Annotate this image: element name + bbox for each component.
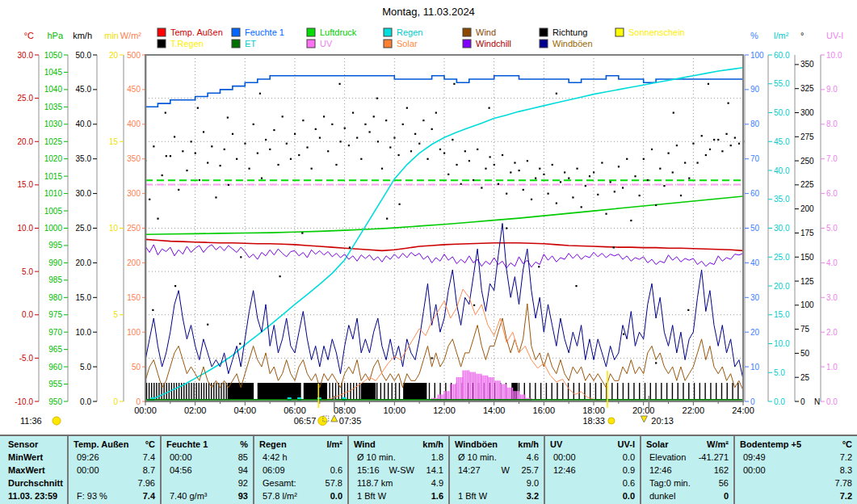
stats-cell-row: 00:0085 xyxy=(166,451,248,464)
wind-direction-dot xyxy=(464,150,466,152)
wind-direction-dot xyxy=(613,246,615,248)
legend-swatch-uv xyxy=(307,40,315,48)
stats-cell-value: 0.0 xyxy=(623,491,635,501)
wind-direction-dot xyxy=(506,193,507,195)
stats-cell-label: 118.7 km xyxy=(354,478,393,488)
wind-direction-dot xyxy=(302,120,304,121)
wind-direction-dot xyxy=(426,158,428,160)
wind-direction-dot xyxy=(510,171,511,173)
x-axis-label: 18:00 xyxy=(582,405,605,415)
stats-cell-value: 7.96 xyxy=(138,478,155,488)
stats-cell-label: 7.40 g/m³ xyxy=(166,491,207,501)
wind-direction-dot xyxy=(277,164,279,166)
axis-tick-label: 15.0 xyxy=(76,293,92,302)
sunset-time: 18:33 xyxy=(582,416,605,426)
stats-cell-direction: W xyxy=(502,465,515,475)
wind-direction-dot xyxy=(452,139,453,141)
axis-tick-label: 150 xyxy=(127,293,141,302)
wind-direction-dot xyxy=(327,150,329,152)
axis-tick-label: 3.0 xyxy=(826,293,838,302)
stats-cell-label: 57.8 l/m² xyxy=(259,491,297,501)
axis-header: % xyxy=(750,31,758,40)
wind-direction-dot xyxy=(261,178,263,179)
wind-direction-dot xyxy=(220,165,221,166)
x-axis-label: 14:00 xyxy=(483,405,506,415)
wind-direction-dot xyxy=(162,174,163,176)
wind-direction-dot xyxy=(257,153,258,154)
axis-tick-label: 980 xyxy=(48,293,62,302)
stats-cell-value: 92 xyxy=(238,478,248,488)
axis-tick-label: 9.0 xyxy=(826,85,838,94)
wind-direction-dot xyxy=(279,275,281,277)
legend-label: Windböen xyxy=(552,39,593,48)
wind-direction-dot xyxy=(389,146,391,148)
stats-col-uv: UVUV-I00:000.012:460.90.60.0 xyxy=(544,436,640,504)
wind-direction-dot xyxy=(601,162,603,163)
axis-tick-label: 20.0 xyxy=(76,258,92,267)
wind-direction-dot xyxy=(538,266,540,267)
stats-cell-label: 12:46 xyxy=(646,465,672,475)
wind-direction-dot xyxy=(725,133,727,135)
axis-tick-label: 0.0 xyxy=(22,310,33,319)
wind-direction-dot xyxy=(178,189,179,191)
stats-cell-value: 85 xyxy=(238,452,248,462)
stats-cell-value: 9.0 xyxy=(527,478,539,488)
wind-direction-dot xyxy=(290,158,292,160)
weather-chart: °C-10.0-5.00.05.010.015.020.025.030.0hPa… xyxy=(0,0,857,434)
wind-direction-dot xyxy=(502,154,503,156)
wind-direction-dot xyxy=(610,181,611,183)
axis-tick-label: 1005 xyxy=(44,207,63,216)
wind-direction-dot xyxy=(639,195,641,196)
wind-direction-dot xyxy=(360,158,362,160)
wind-direction-dot xyxy=(386,218,388,220)
axis-tick-label: 960 xyxy=(48,363,62,372)
wind-direction-dot xyxy=(468,160,470,162)
axis-tick-label: 50 xyxy=(132,363,141,372)
stats-cell-value: 7.4 xyxy=(143,452,155,462)
axis-tick-label: 40.0 xyxy=(774,166,790,175)
wind-direction-dot xyxy=(174,136,175,137)
stats-cell-label: 15:16 xyxy=(354,465,380,475)
wind-direction-dot xyxy=(705,154,707,156)
wind-direction-dot xyxy=(655,204,657,206)
wind-direction-dot xyxy=(460,183,462,185)
wind-direction-dot xyxy=(672,171,674,173)
stats-cell-label: 06:09 xyxy=(259,465,285,475)
stats-cell-row: 12:460.9 xyxy=(550,464,635,477)
stats-col-header: SolarW/m² xyxy=(646,438,729,451)
wind-direction-dot xyxy=(494,164,495,166)
axis-tick-label: 70 xyxy=(750,154,760,163)
axis-tick-label: 30 xyxy=(750,293,760,302)
stats-cell-label: Ø 10 min. xyxy=(455,452,497,462)
wind-direction-dot xyxy=(259,93,261,94)
wind-direction-dot xyxy=(165,112,166,114)
stats-cell-label: Gesamt: xyxy=(259,478,296,488)
legend-label: Solar xyxy=(397,39,418,48)
wind-direction-dot xyxy=(630,220,632,221)
stats-cell-value: 7.4 xyxy=(143,491,155,501)
stats-cell-row: 7.2 xyxy=(740,489,852,502)
stats-cell-label: 4:42 h xyxy=(259,452,288,462)
stats-cell-label: 1 Bft W xyxy=(455,491,487,501)
wind-direction-dot xyxy=(418,143,420,145)
x-axis-label: 00:00 xyxy=(134,405,157,415)
axis-tick-label: 20 xyxy=(109,51,119,60)
axis-tick-label: 400 xyxy=(127,120,141,128)
axis-tick-label: 35.0 xyxy=(76,154,92,163)
axis-tick-label: 250 xyxy=(800,157,814,166)
axis-tick-label: 5.0 xyxy=(774,368,785,377)
daylight-duration: 11:36 xyxy=(20,416,42,426)
axis-tick-label: 990 xyxy=(48,258,62,267)
rain-duration-block xyxy=(361,383,376,400)
stats-cell-row: 7.96 xyxy=(74,477,155,489)
wind-direction-dot xyxy=(211,145,212,147)
axis-tick-label: 50.0 xyxy=(76,51,92,60)
axis-header: hPa xyxy=(47,31,63,40)
stats-col-solar: SolarW/m²Elevation-41.27112:46162Tag:0 m… xyxy=(640,436,733,504)
wind-direction-dot xyxy=(344,128,346,129)
axis-tick-label: 225 xyxy=(800,180,814,189)
axis-tick-label: 0 xyxy=(136,397,141,406)
axis-tick-label: 100 xyxy=(800,300,814,309)
axis-tick-label: 1025 xyxy=(44,137,63,146)
axis-tick-label: 2.0 xyxy=(826,328,838,337)
